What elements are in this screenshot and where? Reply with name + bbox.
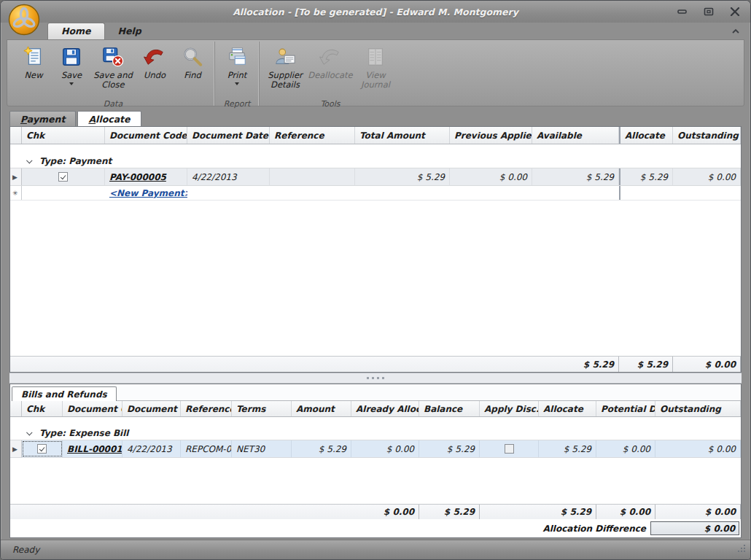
supplier-details-button[interactable]: Supplier Details: [262, 42, 308, 98]
view-journal-button[interactable]: View Journal: [353, 42, 398, 98]
column-header-document-date[interactable]: Document Date: [187, 127, 270, 144]
collapse-ribbon-button[interactable]: [731, 23, 740, 37]
bill-allocate-cell[interactable]: $ 5.29: [539, 440, 596, 457]
ribbon-group-tools: Supplier Details Deallocate View Journal…: [259, 42, 401, 106]
column-header-outstanding[interactable]: Outstanding: [655, 401, 741, 416]
bill-already-allocated-cell[interactable]: $ 0.00: [351, 440, 419, 457]
app-logo[interactable]: [7, 3, 41, 39]
new-payment-cell[interactable]: <New Payment>: [105, 186, 187, 200]
footer-cell: [232, 505, 292, 519]
payment-total-amount-cell[interactable]: $ 5.29: [355, 168, 450, 185]
bill-reference-cell[interactable]: REPCOM-0…: [181, 440, 232, 457]
bill-document-link[interactable]: BILL-000010: [67, 444, 122, 454]
print-dropdown-arrow-icon[interactable]: [235, 82, 239, 85]
find-button[interactable]: Find: [174, 42, 211, 98]
column-header-chk[interactable]: Chk: [22, 401, 63, 416]
column-header-reference[interactable]: Reference: [270, 127, 355, 144]
new-row-cell[interactable]: [450, 186, 532, 200]
bill-doc-date-cell[interactable]: 4/22/2013: [122, 440, 181, 457]
resize-grip[interactable]: [736, 542, 747, 556]
header-selector: [10, 401, 22, 416]
new-row-chk-cell[interactable]: [22, 186, 105, 200]
undo-arrow-icon: [143, 44, 166, 69]
payment-doc-code-cell[interactable]: PAY-000005: [105, 168, 187, 185]
maximize-button[interactable]: [701, 6, 717, 18]
checkbox-checked[interactable]: [58, 172, 68, 182]
minimize-icon: [677, 8, 688, 15]
tab-payment[interactable]: Payment: [9, 111, 76, 126]
print-button[interactable]: Print: [218, 42, 256, 98]
ribbon-tab-help[interactable]: Help: [105, 23, 155, 39]
ribbon-tab-home[interactable]: Home: [47, 23, 105, 39]
payment-outstanding-cell[interactable]: $ 0.00: [673, 168, 741, 185]
bill-chk-cell[interactable]: [22, 440, 63, 457]
column-header-apply-disc[interactable]: Apply Disc.: [480, 401, 539, 416]
new-row-cell[interactable]: [270, 186, 355, 200]
column-header-document-code[interactable]: Document Code: [105, 127, 187, 144]
save-dropdown-arrow-icon[interactable]: [69, 82, 74, 85]
new-payment-link[interactable]: <New Payment>: [109, 188, 187, 198]
new-row-cell[interactable]: [355, 186, 450, 200]
column-header-available[interactable]: Available: [532, 127, 619, 144]
new-row-cell[interactable]: [532, 186, 619, 200]
panel-splitter[interactable]: [9, 373, 742, 384]
document-tab-strip: Payment Allocate: [9, 109, 742, 126]
footer-cell: [22, 505, 63, 519]
checkbox-unchecked[interactable]: [505, 444, 514, 454]
column-header-amount[interactable]: Amount: [292, 401, 351, 416]
group-row-expense-bill[interactable]: Type: Expense Bill: [10, 426, 741, 440]
save-and-close-button[interactable]: Save and Close: [90, 42, 136, 98]
payment-reference-cell[interactable]: [270, 168, 355, 185]
column-header-reference[interactable]: Reference: [181, 401, 232, 416]
close-button[interactable]: [727, 6, 743, 18]
app-logo-trefoil-icon: [7, 3, 41, 36]
column-header-allocate[interactable]: Allocate: [619, 127, 673, 144]
new-row-cell[interactable]: [187, 186, 270, 200]
column-header-potential-disc[interactable]: Potential Disc…: [596, 401, 655, 416]
save-button[interactable]: Save: [52, 42, 90, 98]
column-header-terms[interactable]: Terms: [232, 401, 292, 416]
save-button-label: Save: [61, 71, 82, 80]
print-button-label: Print: [227, 71, 246, 80]
checkbox-checked[interactable]: [37, 444, 47, 454]
new-row-cell[interactable]: [619, 186, 673, 200]
column-header-balance[interactable]: Balance: [419, 401, 480, 416]
column-header-chk[interactable]: Chk: [22, 127, 105, 144]
deallocate-button[interactable]: Deallocate: [308, 42, 353, 98]
column-header-previous-applied[interactable]: Previous Applied: [450, 127, 532, 144]
payment-available-cell[interactable]: $ 5.29: [532, 168, 619, 185]
payment-allocate-cell[interactable]: $ 5.29: [619, 168, 673, 185]
new-row-cell[interactable]: [673, 186, 741, 200]
bills-grid-header: Chk Document Code Document …▲ Reference …: [10, 401, 741, 417]
bill-doc-code-cell[interactable]: BILL-000010: [63, 440, 122, 457]
payments-grid-header: Chk Document Code Document Date Referenc…: [10, 127, 741, 144]
minimize-button[interactable]: [674, 6, 690, 18]
bill-terms-cell[interactable]: NET30: [232, 440, 292, 457]
new-button[interactable]: New: [15, 42, 52, 98]
column-header-already-allocated[interactable]: Already Alloca…: [351, 401, 419, 416]
payment-previous-applied-cell[interactable]: $ 0.00: [450, 168, 532, 185]
bill-amount-cell[interactable]: $ 5.29: [292, 440, 351, 457]
undo-button[interactable]: Undo: [136, 42, 174, 98]
bill-balance-cell[interactable]: $ 5.29: [419, 440, 480, 457]
column-header-outstanding[interactable]: Outstanding: [673, 127, 741, 144]
payment-doc-date-cell[interactable]: 4/22/2013: [187, 168, 270, 185]
checkmark-icon: [61, 174, 66, 179]
tab-allocate[interactable]: Allocate: [77, 111, 141, 126]
group-row-payment[interactable]: Type: Payment: [10, 154, 741, 168]
payment-chk-cell[interactable]: [22, 168, 105, 185]
grid-empty-area: [10, 458, 741, 504]
current-row-marker: ▶: [10, 440, 22, 457]
column-header-allocate[interactable]: Allocate: [539, 401, 596, 416]
payment-document-link[interactable]: PAY-000005: [109, 172, 166, 182]
column-header-document-code[interactable]: Document Code: [63, 401, 122, 416]
column-header-document-date[interactable]: Document …▲: [122, 401, 181, 416]
tab-bills-and-refunds[interactable]: Bills and Refunds: [12, 386, 117, 401]
bill-apply-disc-cell[interactable]: [480, 440, 539, 457]
current-row-icon: ▶: [12, 446, 17, 453]
footer-cell: [10, 357, 22, 372]
bill-outstanding-cell[interactable]: $ 0.00: [655, 440, 741, 457]
save-floppy-icon: [61, 44, 82, 69]
column-header-total-amount[interactable]: Total Amount: [355, 127, 450, 144]
bill-potential-disc-cell[interactable]: $ 0.00: [596, 440, 655, 457]
